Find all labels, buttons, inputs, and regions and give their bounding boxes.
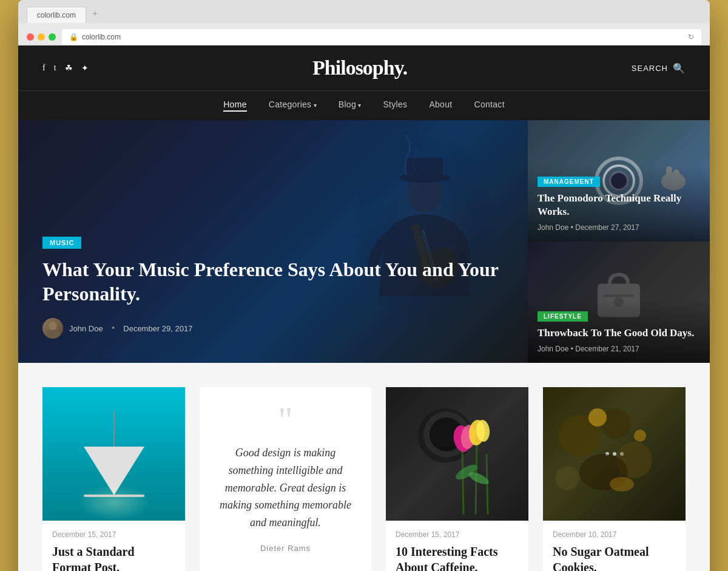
oatmeal-art (543, 387, 664, 508)
hero-author: John Doe (69, 324, 103, 333)
url-text: colorlib.com (82, 33, 121, 41)
hero-section: MUSIC What Your Music Preference Says Ab… (18, 120, 710, 363)
svg-point-7 (49, 322, 57, 330)
nav-categories[interactable]: Categories (269, 100, 317, 112)
hero-main[interactable]: MUSIC What Your Music Preference Says Ab… (18, 120, 528, 363)
post-1-body: December 15, 2017 Just a Standard Format… (42, 521, 185, 571)
maximize-button[interactable] (49, 33, 56, 41)
new-tab-button[interactable]: + (86, 5, 104, 23)
social-icons: f t ☘ ✦ (42, 63, 89, 73)
post-card-oatmeal[interactable]: December 10, 2017 No Sugar Oatmeal Cooki… (543, 387, 686, 571)
post-3-date: December 15, 2017 (396, 530, 519, 539)
nav-about[interactable]: About (429, 100, 452, 112)
svg-point-32 (588, 408, 607, 427)
hero-date: December 29, 2017 (123, 324, 192, 333)
quote-text: Good design is making something intellig… (214, 444, 357, 532)
side-card-1-author: John Doe (538, 223, 568, 232)
lock-icon: 🔒 (69, 33, 78, 41)
svg-point-8 (46, 330, 60, 339)
hero-tag[interactable]: MUSIC (42, 237, 81, 249)
browser-window: colorlib.com + 🔒 colorlib.com ↻ f t ☘ ✦ … (18, 0, 710, 571)
post-1-date: December 15, 2017 (52, 530, 175, 539)
post-1-title[interactable]: Just a Standard Format Post. (52, 544, 175, 571)
hero-side: MANAGEMENT The Pomodoro Technique Really… (528, 120, 710, 363)
side-card-2-date: December 21, 2017 (575, 345, 639, 353)
post-card-coffee[interactable]: December 15, 2017 10 Interesting Facts A… (386, 387, 528, 571)
nav-contact[interactable]: Contact (474, 100, 504, 112)
facebook-icon[interactable]: f (42, 63, 46, 73)
post-4-date: December 10, 2017 (553, 530, 676, 539)
site-nav: Home Categories Blog Styles About Contac… (18, 90, 710, 120)
post-4-title[interactable]: No Sugar Oatmeal Cookies. (553, 544, 676, 571)
instagram-icon[interactable]: ☘ (65, 63, 73, 73)
site-logo[interactable]: Philosophy. (312, 56, 407, 79)
close-button[interactable] (27, 33, 34, 41)
lamp-cord (113, 411, 115, 448)
nav-blog[interactable]: Blog (339, 100, 362, 112)
coffee-image (386, 387, 528, 521)
side-card-1-date: December 27, 2017 (575, 223, 639, 232)
quote-card[interactable]: " Good design is making something intell… (200, 387, 371, 571)
coffee-tulips-art (397, 393, 518, 515)
side-card-1-tag: MANAGEMENT (538, 177, 600, 187)
post-3-body: December 15, 2017 10 Interesting Facts A… (386, 521, 528, 571)
side-card-1-content: MANAGEMENT The Pomodoro Technique Really… (528, 166, 710, 242)
post-4-body: December 10, 2017 No Sugar Oatmeal Cooki… (543, 521, 686, 571)
twitter-icon[interactable]: t (54, 63, 56, 73)
side-card-1-meta: John Doe • December 27, 2017 (538, 223, 700, 232)
side-card-2-meta: John Doe • December 21, 2017 (538, 345, 700, 353)
side-card-2-author: John Doe (538, 345, 568, 353)
minimize-button[interactable] (38, 33, 45, 41)
quote-marks: " (278, 405, 293, 434)
svg-line-20 (487, 454, 488, 515)
post-3-title[interactable]: 10 Interesting Facts About Caffeine. (396, 544, 519, 571)
side-card-2-title: Throwback To The Good Old Days. (538, 326, 700, 340)
site-header: f t ☘ ✦ Philosophy. SEARCH 🔍 (18, 46, 710, 90)
oatmeal-image (543, 387, 686, 521)
address-bar[interactable]: 🔒 colorlib.com ↻ (62, 29, 701, 45)
svg-point-33 (634, 430, 646, 442)
svg-point-34 (610, 477, 634, 492)
quote-author: Dieter Rams (260, 544, 311, 553)
hero-content: MUSIC What Your Music Preference Says Ab… (42, 237, 504, 339)
refresh-icon[interactable]: ↻ (688, 33, 694, 41)
browser-tab-bar: colorlib.com + (18, 0, 710, 23)
author-avatar (42, 318, 63, 339)
browser-chrome: 🔒 colorlib.com ↻ (18, 23, 710, 46)
search-icon[interactable]: 🔍 (673, 63, 686, 74)
hero-meta: John Doe • December 29, 2017 (42, 318, 504, 339)
svg-rect-13 (604, 295, 634, 297)
content-section: December 15, 2017 Just a Standard Format… (18, 363, 710, 571)
side-card-2-content: LIFESTYLE Throwback To The Good Old Days… (528, 300, 710, 363)
svg-point-30 (555, 466, 579, 490)
svg-line-18 (462, 448, 463, 515)
search-label: SEARCH (632, 64, 668, 73)
nav-styles[interactable]: Styles (383, 100, 407, 112)
lamp-image (42, 387, 185, 521)
nav-home[interactable]: Home (223, 100, 247, 112)
window-controls (27, 33, 56, 41)
side-card-management[interactable]: MANAGEMENT The Pomodoro Technique Really… (528, 120, 710, 242)
side-card-1-title: The Pomodoro Technique Really Works. (538, 192, 700, 218)
side-card-lifestyle[interactable]: LIFESTYLE Throwback To The Good Old Days… (528, 242, 710, 363)
hero-title: What Your Music Preference Says About Yo… (42, 257, 504, 306)
post-card-lamp[interactable]: December 15, 2017 Just a Standard Format… (42, 387, 185, 571)
svg-rect-3 (406, 158, 443, 180)
website-content: f t ☘ ✦ Philosophy. SEARCH 🔍 Home Catego… (18, 46, 710, 571)
header-search[interactable]: SEARCH 🔍 (632, 63, 686, 74)
browser-tab[interactable]: colorlib.com (27, 7, 86, 23)
posts-grid: December 15, 2017 Just a Standard Format… (42, 387, 686, 571)
side-card-2-tag: LIFESTYLE (538, 311, 588, 322)
pinterest-icon[interactable]: ✦ (81, 63, 89, 73)
